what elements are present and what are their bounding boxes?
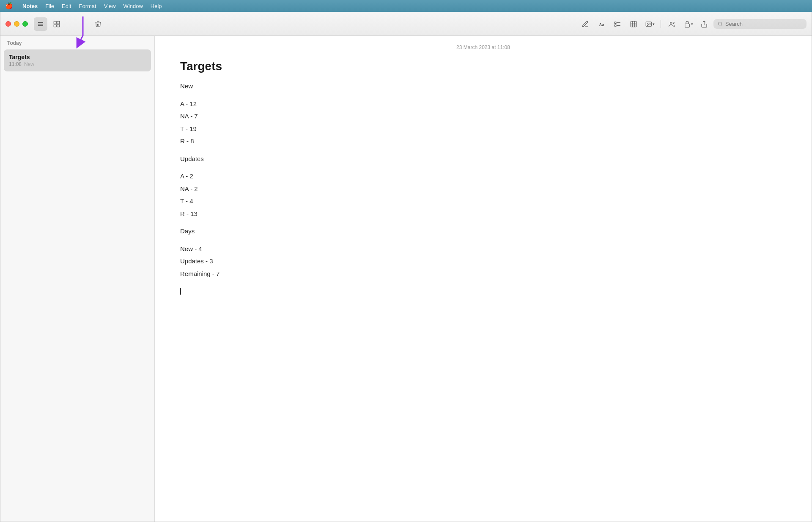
note-title: Targets [180,59,786,74]
traffic-lights [5,21,28,27]
days-item-new: New - 4 [180,243,786,254]
note-item-time: 11:08 [9,61,22,67]
note-item-title: Targets [9,54,146,60]
svg-rect-8 [614,22,616,23]
media-button[interactable]: ▾ [643,17,656,31]
lock-button[interactable]: ▾ [681,17,695,31]
menu-format[interactable]: Format [79,3,96,9]
svg-rect-5 [54,24,56,27]
table-button[interactable] [627,17,640,31]
menubar: 🍎 Notes File Edit Format View Window Hel… [0,0,812,12]
fullscreen-button[interactable] [22,21,28,27]
new-note-button[interactable] [579,17,592,31]
menu-file[interactable]: File [45,3,54,9]
delete-button[interactable] [91,17,105,31]
menu-edit[interactable]: Edit [62,3,71,9]
checklist-icon [614,20,621,28]
svg-point-20 [673,22,674,23]
minimize-button[interactable] [14,21,19,27]
note-editor[interactable]: 23 March 2023 at 11:08 Targets New A - 1… [155,36,812,522]
compose-icon [582,20,589,28]
section-new-heading: New [180,81,786,92]
text-format-button[interactable]: Aa [595,17,608,31]
collaborate-button[interactable] [665,17,679,31]
sidebar: Today Targets 11:08 New [0,36,155,522]
close-button[interactable] [5,21,11,27]
sidebar-section-today: Today [0,36,154,49]
note-item-preview: New [24,61,34,67]
media-icon [645,20,653,28]
days-item-updates: Updates - 3 [180,256,786,267]
svg-rect-3 [54,21,56,24]
search-input[interactable] [725,21,802,27]
note-body: New A - 12 NA - 7 T - 19 R - 8 Updates A… [180,81,786,298]
list-icon [37,20,44,28]
lock-icon [683,20,691,28]
updates-item-a: A - 2 [180,171,786,182]
apple-menu-icon[interactable]: 🍎 [5,2,13,10]
section-days-items: New - 4 Updates - 3 Remaining - 7 [180,243,786,279]
svg-point-18 [647,23,648,24]
svg-rect-12 [631,21,636,27]
menu-window[interactable]: Window [123,3,143,9]
section-updates-heading: Updates [180,153,786,164]
menu-view[interactable]: View [104,3,116,9]
toolbar-separator [661,20,661,28]
new-item-a: A - 12 [180,98,786,109]
collaborate-icon [668,20,676,28]
updates-item-na: NA - 2 [180,183,786,194]
menu-notes[interactable]: Notes [22,3,38,9]
svg-point-19 [670,22,672,24]
gallery-icon [53,20,60,28]
note-list-item[interactable]: Targets 11:08 New [4,49,151,71]
share-icon [700,20,708,28]
main-content: Today Targets 11:08 New 23 March 2023 at… [0,36,812,522]
svg-rect-6 [57,24,60,27]
svg-rect-10 [614,25,616,26]
checklist-button[interactable] [611,17,624,31]
text-format-icon: Aa [598,20,605,28]
note-item-meta: 11:08 New [9,61,146,67]
editor-toolbar: Aa [579,17,807,31]
svg-rect-4 [57,21,60,24]
menu-help[interactable]: Help [151,3,162,9]
new-item-t: T - 19 [180,123,786,134]
note-date: 23 March 2023 at 11:08 [180,44,786,50]
search-icon [718,21,723,27]
cursor-line [180,286,786,297]
trash-icon [94,20,102,28]
gallery-view-button[interactable] [50,17,63,31]
new-item-r: R - 8 [180,136,786,147]
svg-rect-21 [685,24,689,27]
table-icon [630,20,637,28]
toolbar: Aa [0,12,812,36]
svg-text:Aa: Aa [599,22,605,27]
days-item-remaining: Remaining - 7 [180,268,786,279]
svg-point-23 [718,22,721,25]
text-cursor [180,288,181,295]
updates-item-t: T - 4 [180,196,786,207]
updates-item-r: R - 13 [180,208,786,219]
share-button[interactable] [697,17,711,31]
section-days-heading: Days [180,226,786,237]
new-item-na: NA - 7 [180,111,786,122]
section-updates-items: A - 2 NA - 2 T - 4 R - 13 [180,171,786,219]
svg-line-24 [721,25,722,26]
search-bar[interactable] [713,19,807,29]
app-window: Aa [0,12,812,522]
list-view-button[interactable] [34,17,47,31]
section-new-items: A - 12 NA - 7 T - 19 R - 8 [180,98,786,147]
